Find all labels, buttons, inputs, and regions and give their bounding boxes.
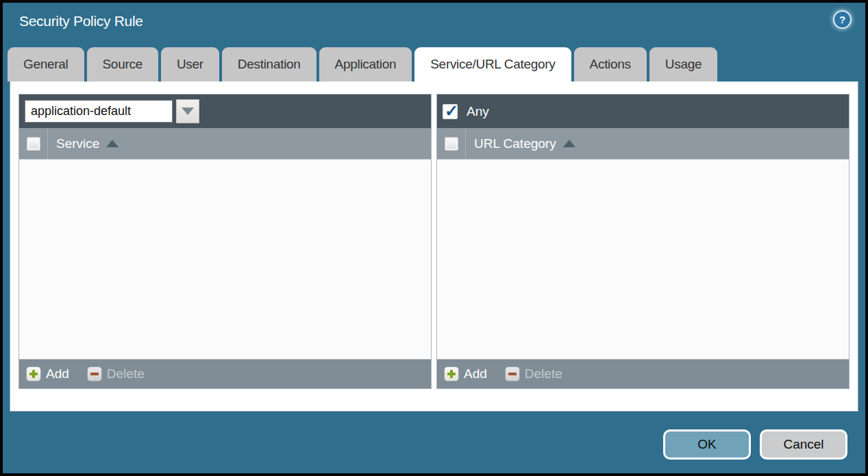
ok-button[interactable]: OK <box>663 429 751 460</box>
service-grid-footer: Add Delete <box>19 359 431 388</box>
url-category-header-checkcell <box>437 128 466 159</box>
service-type-input[interactable]: application-default <box>25 100 173 123</box>
service-header-checkcell <box>19 128 48 159</box>
url-category-add-button[interactable]: Add <box>444 366 487 381</box>
plus-icon <box>444 366 459 381</box>
url-category-grid-footer: Add Delete <box>437 359 849 388</box>
minus-icon <box>87 366 102 381</box>
cancel-button[interactable]: Cancel <box>760 429 847 460</box>
service-grid-header: Service <box>19 128 431 160</box>
tab-usage[interactable]: Usage <box>649 47 717 82</box>
tab-service-url-category[interactable]: Service/URL Category <box>414 47 571 82</box>
url-category-select-all-checkbox[interactable] <box>445 137 458 151</box>
sort-ascending-icon[interactable] <box>563 140 575 147</box>
any-checkbox[interactable] <box>443 104 458 119</box>
titlebar: Security Policy Rule ? <box>3 3 865 45</box>
plus-icon <box>26 366 41 381</box>
service-column-header[interactable]: Service <box>56 136 99 151</box>
service-select-all-checkbox[interactable] <box>27 137 40 151</box>
tab-application[interactable]: Application <box>319 47 412 82</box>
url-category-panel: Any URL Category Add Delete <box>436 94 850 389</box>
url-category-grid-header: URL Category <box>437 128 849 160</box>
service-toolbar: application-default <box>19 95 431 128</box>
tab-destination[interactable]: Destination <box>222 47 317 82</box>
help-icon[interactable]: ? <box>833 10 852 29</box>
tab-user[interactable]: User <box>161 47 219 82</box>
service-panel: application-default Service Add <box>18 94 432 389</box>
url-category-column-header[interactable]: URL Category <box>474 136 556 151</box>
service-type-dropdown-button[interactable] <box>176 99 199 123</box>
service-add-button[interactable]: Add <box>26 366 69 381</box>
url-category-toolbar: Any <box>437 95 849 128</box>
sort-ascending-icon[interactable] <box>106 140 119 147</box>
minus-icon <box>505 366 520 381</box>
service-delete-button[interactable]: Delete <box>87 366 145 381</box>
url-category-grid-body[interactable] <box>437 160 849 359</box>
service-grid-body[interactable] <box>19 160 431 359</box>
tab-actions[interactable]: Actions <box>574 47 647 82</box>
security-policy-rule-dialog: Security Policy Rule ? General Source Us… <box>0 0 868 476</box>
service-type-combobox: application-default <box>25 99 199 123</box>
any-checkbox-label: Any <box>467 104 489 119</box>
dialog-title: Security Policy Rule <box>19 13 143 29</box>
tab-general[interactable]: General <box>8 47 84 82</box>
dropdown-arrow-icon <box>182 108 194 115</box>
tab-bar: General Source User Destination Applicat… <box>8 47 717 82</box>
tab-source[interactable]: Source <box>87 47 158 82</box>
url-category-delete-button[interactable]: Delete <box>505 366 562 381</box>
tab-content-service-url-category: application-default Service Add <box>10 82 858 412</box>
dialog-button-bar: OK Cancel <box>663 429 847 460</box>
